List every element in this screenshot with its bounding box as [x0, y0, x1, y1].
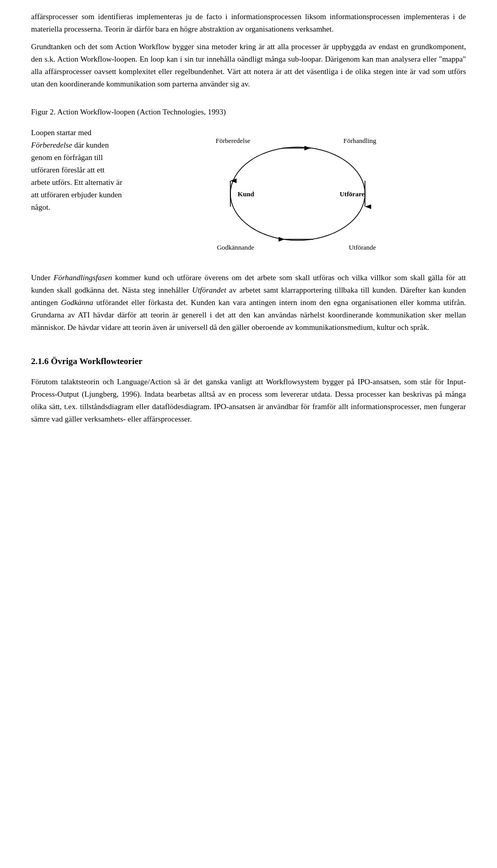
main-content: affärsprocesser som identifieras impleme…: [31, 10, 466, 425]
diagram-text: Loopen startar med Förberedelse där kund…: [31, 126, 129, 213]
paragraph-3: Under Förhandlingsfasen kommer kund och …: [31, 271, 466, 334]
workflow-diagram: Förberedelse Förhandling Kund Utförare G…: [129, 126, 466, 261]
label-forberedelse: Förberedelse: [215, 137, 250, 144]
workflow-svg: Förberedelse Förhandling Kund Utförare G…: [189, 132, 406, 256]
diagram-section: Loopen startar med Förberedelse där kund…: [31, 126, 466, 261]
paragraph-4: Förutom talaktsteorin och Language/Actio…: [31, 375, 466, 425]
section-heading-2-1-6: 2.1.6 Övriga Workflowteorier: [31, 354, 466, 368]
label-forhandling: Förhandling: [343, 137, 376, 144]
paragraph-1: affärsprocesser som identifieras impleme…: [31, 10, 466, 35]
label-kund: Kund: [238, 190, 255, 198]
label-utforande: Utförande: [349, 243, 376, 251]
label-utforare: Utförare: [340, 190, 364, 198]
figure-caption: Figur 2. Action Workflow-loopen (Action …: [31, 106, 466, 118]
label-godkannande: Godkännande: [217, 243, 254, 251]
paragraph-2: Grundtanken och det som Action Workflow …: [31, 40, 466, 90]
